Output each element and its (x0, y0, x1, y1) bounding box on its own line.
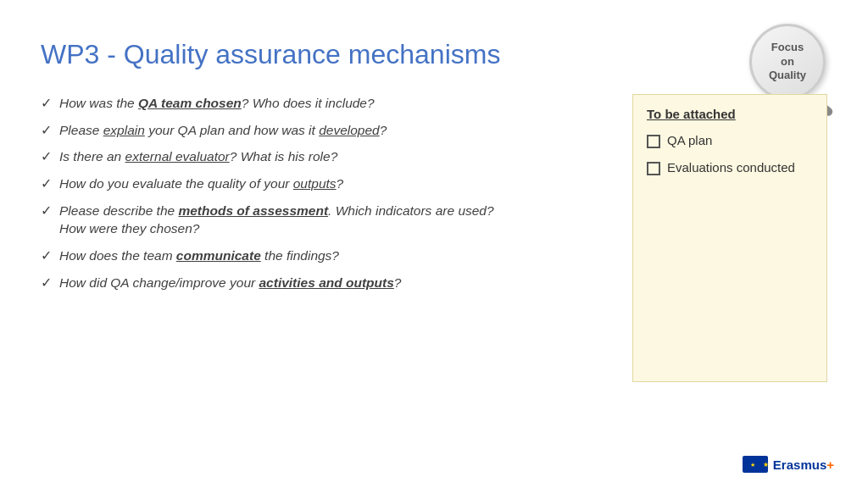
eu-flag-icon: ★ (743, 456, 763, 473)
list-item: Please describe the methods of assessmen… (41, 202, 607, 238)
erasmus-plus: + (826, 458, 834, 472)
focus-circle: FocusonQuality (749, 24, 826, 100)
focus-text: FocusonQuality (769, 41, 806, 84)
list-item: Is there an external evaluator? What is … (41, 147, 607, 166)
content-area: How was the QA team chosen? Who does it … (41, 94, 827, 382)
list-item: Please explain your QA plan and how was … (41, 121, 607, 140)
sidebar-item-evaluations: Evaluations conducted (647, 160, 813, 175)
list-item: How do you evaluate the quality of your … (41, 175, 607, 193)
slide: FocusonQuality WP3 - Quality assurance m… (0, 0, 868, 488)
list-item: How did QA change/improve your activitie… (41, 274, 607, 292)
list-item: How was the QA team chosen? Who does it … (41, 94, 607, 113)
sidebar-title: To be attached (647, 107, 813, 121)
checkbox-icon (647, 162, 660, 175)
sidebar-box: To be attached QA plan Evaluations condu… (632, 94, 827, 382)
sidebar-item-qa-plan: QA plan (647, 133, 813, 148)
list-item: How does the team communicate the findin… (41, 247, 607, 265)
svg-text:★: ★ (750, 461, 755, 469)
erasmus-text: Erasmus+ (773, 458, 834, 472)
checkbox-icon (647, 135, 660, 148)
slide-title: WP3 - Quality assurance mechanisms (41, 39, 827, 70)
sidebar-item-label: QA plan (667, 133, 712, 147)
sidebar-item-label: Evaluations conducted (667, 160, 795, 175)
erasmus-flag: ★ (743, 456, 768, 473)
erasmus-logo: ★ Erasmus+ (743, 456, 834, 473)
bullet-list: How was the QA team chosen? Who does it … (41, 94, 607, 292)
